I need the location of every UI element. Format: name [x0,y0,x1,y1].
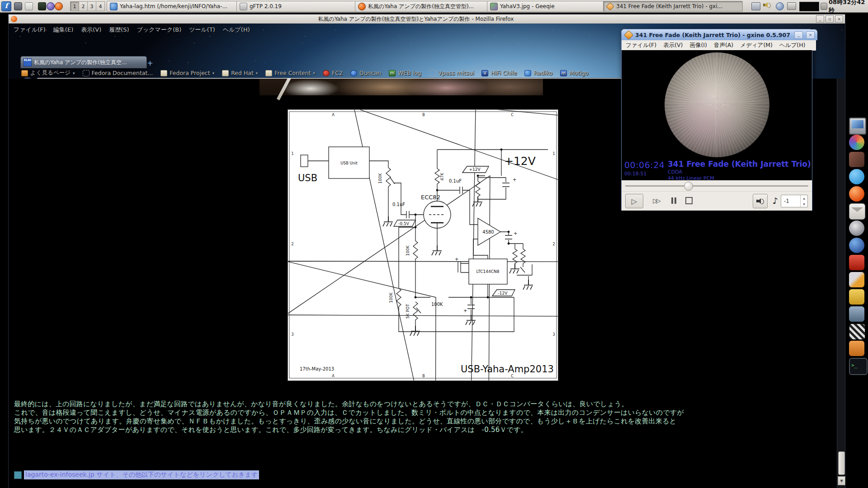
web-browser-icon[interactable] [47,2,55,10]
gxine-titlebar[interactable]: 341 Free Fade (Keith Jarrett Trio) - gxi… [622,29,817,40]
fc2-icon [323,70,330,76]
mail-icon[interactable] [849,203,865,220]
bookmark-hifi-chile[interactable]: VHiFi Chile [481,70,517,76]
minimize-button[interactable]: _ [816,15,824,23]
taskbar-window-firefox[interactable]: 私風のYaha アンプの製作(独立真空管型)... [355,1,490,12]
spin-up-icon[interactable]: ▲ [801,195,807,201]
gxine-menu-audio[interactable]: 音声(A) [714,42,733,49]
video-editor-icon[interactable] [849,324,865,340]
menu-help[interactable]: ヘルプ(H) [223,26,250,34]
bookmark-vpass[interactable]: Vpass mitsui [429,70,474,76]
taskbar-window-geeqie[interactable]: YahaV3.jpg - Geeqie [487,1,606,12]
page-scrollbar[interactable]: ▼ [837,79,845,488]
spinbox-value: -1 [781,198,800,204]
taskbar-window-editor[interactable]: Yaha-lag.htm (/home/kenji/INFO/Yaha-... [107,1,240,12]
gimp-icon[interactable] [849,152,864,167]
bookmark-most-visited[interactable]: よく見るページ▾ [21,69,75,77]
volume-tray-icon[interactable] [763,2,771,8]
scrollbar-thumb[interactable] [838,451,845,475]
chat-icon[interactable] [849,306,864,322]
seek-slider[interactable] [622,180,812,191]
mute-button[interactable] [753,194,768,208]
new-tab-button[interactable]: + [144,58,156,68]
menu-edit[interactable]: 編集(E) [53,26,73,34]
gxine-menu-view[interactable]: 表示(V) [663,42,683,49]
selected-link-line[interactable]: lagarto-ex-infoseek.jp サイト、その他以下のサイトなどをリ… [14,470,259,479]
speaker-icon [756,198,764,204]
bookmark-fedora-doc[interactable]: Fedora Documentat... [83,70,153,76]
selected-link-text[interactable]: lagarto-ex-infoseek.jp サイト、その他以下のサイトなどをリ… [24,470,259,479]
bookmark-motigo[interactable]: mMotigo [560,70,588,76]
volume-pot-label: 5K POT [406,304,410,319]
scrollbar-down-button[interactable]: ▼ [838,476,845,485]
camera-icon[interactable] [849,221,864,236]
menu-tools[interactable]: ツール(T) [189,26,215,34]
gxine-menu-help[interactable]: ヘルプ(H) [779,42,806,49]
maximize-button[interactable]: ▫ [826,15,834,23]
folder-icon [222,70,229,76]
taskbar-window-gxine[interactable]: 341 Free Fade (Keith Jarrett Trio) - gxi… [603,1,743,12]
gxine-minimize-button[interactable]: _ [794,31,803,39]
printer-icon[interactable] [787,2,796,10]
geeqie-icon [490,3,498,10]
package-icon[interactable] [849,341,864,356]
im-client-icon[interactable] [776,2,784,10]
notes-icon[interactable] [849,289,864,305]
gxine-menu-file[interactable]: ファイル(F) [626,42,656,49]
workspace-1[interactable]: 1 [70,1,79,11]
track-spinbox[interactable]: -1 ▲ ▼ [781,195,808,207]
firefox-launcher-icon[interactable] [55,2,63,10]
bookmark-weblog[interactable]: mWEB log [389,70,421,76]
tab-yaha-page[interactable]: EL84 私風のYaha アンプの製作(独立真空... [20,56,147,68]
terminal-icon[interactable]: >_ [849,358,868,375]
pdf-reader-icon[interactable] [849,255,864,270]
close-button[interactable]: × [835,15,843,23]
taskbar-window-gftp[interactable]: gFTP 2.0.19 [236,1,358,12]
pen-icon[interactable] [849,272,864,287]
motigo-icon: m [560,70,567,76]
bookmark-fc2[interactable]: FC2 [323,70,343,76]
bookmark-free-content[interactable]: Free Content▾ [265,70,315,76]
firefox-desktop-icon[interactable] [849,186,864,202]
gxine-menu-image[interactable]: 画像(I) [689,42,707,49]
screenshot-tool-icon[interactable] [14,2,22,10]
gxine-video-area[interactable] [622,50,812,159]
session-icon[interactable] [821,3,827,10]
menu-file[interactable]: ファイル(F) [14,26,46,34]
bookmark-fedora-project[interactable]: Fedora Project▾ [160,70,214,76]
p12-flag-label: +12V [469,167,481,172]
firefox-titlebar[interactable]: 私風のYaha アンプの製作(独立真空管型)とYahaアンプの製作 - Mozi… [9,14,845,24]
keyboard-layout-icon[interactable] [751,2,760,10]
display-icon[interactable] [849,117,866,135]
image-viewer-icon[interactable] [849,135,864,150]
fast-forward-button[interactable]: ▷▷ [648,194,664,207]
usb-connector [301,155,308,167]
globe-icon[interactable] [849,238,864,253]
workspace-2[interactable]: 2 [79,1,88,11]
svg-text:+: + [513,177,516,182]
body-text-line-2: これで、音は格段違って聞こえますし、どうせ、マイナス電源があるのですから、ＯＰＡ… [14,408,684,417]
play-button[interactable]: ▷ [625,194,643,208]
terminal-launcher-icon[interactable] [38,2,46,10]
gxine-controls: ▷ ▷▷ ♪ -1 ▲ ▼ [622,191,812,211]
fedora-menu-icon[interactable]: f [1,1,11,11]
file-manager-icon[interactable] [25,2,33,10]
bookmark-radiko[interactable]: Radiko [524,70,552,76]
workspace-4[interactable]: 4 [96,1,105,11]
gxine-close-button[interactable]: × [806,31,815,39]
menu-bookmarks[interactable]: ブックマーク(B) [137,26,182,34]
gxine-menu-media[interactable]: メディア(M) [740,42,773,49]
menu-history[interactable]: 履歴(S) [109,26,129,34]
seek-thumb[interactable] [684,182,693,191]
spin-down-icon[interactable]: ▼ [801,201,807,207]
stop-button[interactable] [683,194,695,207]
clock[interactable]: 08時32分42秒 [829,0,868,12]
firefox-menubar: ファイル(F) 編集(E) 表示(V) 履歴(S) ブックマーク(B) ツール(… [14,26,250,34]
menu-view[interactable]: 表示(V) [81,26,101,34]
bookmark-duncan[interactable]: Duncan [350,70,381,76]
bookmark-red-hat[interactable]: Red Hat▾ [222,70,258,76]
workspace-3[interactable]: 3 [87,1,96,11]
pause-button[interactable] [668,194,679,207]
duncan-icon [350,70,357,76]
skype-icon[interactable] [849,169,864,184]
